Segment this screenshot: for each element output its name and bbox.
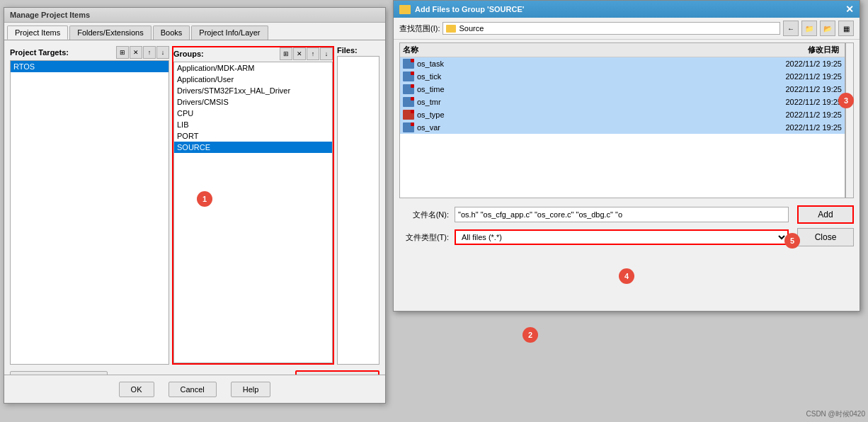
close-btn-col: Close	[797, 228, 854, 246]
main-dialog: Manage Project Items Project Items Folde…	[4, 7, 386, 404]
add-button[interactable]: Add	[797, 205, 854, 224]
file-icon	[403, 72, 414, 81]
close-icon[interactable]: ✕	[845, 4, 854, 15]
file-icon	[403, 122, 414, 132]
header-name: 名称	[403, 45, 750, 55]
ok-button[interactable]: OK	[119, 382, 154, 397]
files-list[interactable]	[337, 56, 379, 365]
project-targets-column: Project Targets: ⊞ ✕ ↑ ↓ RTOS	[10, 46, 169, 365]
tab-books[interactable]: Books	[153, 25, 190, 40]
project-targets-toolbar: ⊞ ✕ ↑ ↓	[116, 46, 169, 59]
badge-5: 5	[784, 233, 800, 249]
groups-column: Groups: ⊞ ✕ ↑ ↓ Application/MDK-ARM Appl…	[172, 46, 334, 365]
search-path-text: Source	[459, 24, 484, 33]
new-target-btn[interactable]: ⊞	[116, 46, 129, 59]
list-item[interactable]: Application/User	[174, 74, 332, 85]
file-date: 2022/11/2 19:25	[750, 59, 842, 68]
file-dialog-toolbar: 查找范围(I): Source ← 📁 📂 ▦	[394, 18, 860, 40]
file-date: 2022/11/2 19:25	[750, 85, 842, 93]
move-group-down-btn[interactable]: ↓	[320, 47, 333, 60]
project-targets-header: Project Targets: ⊞ ✕ ↑ ↓	[10, 46, 169, 59]
file-date: 2022/11/2 19:25	[750, 72, 842, 81]
move-group-up-btn[interactable]: ↑	[307, 47, 319, 60]
file-dialog: Add Files to Group 'SOURCE' ✕ 查找范围(I): S…	[393, 0, 860, 312]
nav-folder-btn2[interactable]: 📂	[820, 21, 835, 36]
list-item[interactable]: Application/MDK-ARM	[174, 62, 332, 74]
new-group-btn[interactable]: ⊞	[280, 47, 292, 60]
project-targets-list[interactable]: RTOS	[10, 60, 169, 365]
files-label: Files:	[337, 46, 358, 55]
file-name: os_tmr	[417, 98, 747, 106]
file-row[interactable]: os_var 2022/11/2 19:25	[400, 121, 845, 134]
list-item[interactable]: LIB	[174, 119, 332, 130]
move-target-down-btn[interactable]: ↓	[156, 46, 169, 59]
file-list-area: 名称 修改日期 os_task 2022/11/2 19:25 os_tick …	[399, 42, 854, 198]
folder-title-icon	[399, 5, 411, 14]
file-name: os_type	[417, 110, 747, 119]
file-icon	[403, 110, 414, 120]
badge-4: 4	[619, 268, 634, 284]
file-row[interactable]: os_task 2022/11/2 19:25	[400, 57, 845, 70]
list-item[interactable]: CPU	[174, 108, 332, 119]
close-button[interactable]: Close	[797, 228, 854, 246]
filename-row: 文件名(N): Add	[399, 205, 854, 224]
list-item[interactable]: Drivers/STM32F1xx_HAL_Driver	[174, 85, 332, 96]
file-date: 2022/11/2 19:25	[750, 98, 842, 106]
nav-folder-btn1[interactable]: 📁	[801, 21, 817, 36]
file-dialog-title-text: Add Files to Group 'SOURCE'	[415, 5, 524, 13]
tab-project-info[interactable]: Project Info/Layer	[191, 25, 268, 40]
groups-list[interactable]: Application/MDK-ARM Application/User Dri…	[173, 62, 333, 363]
file-list[interactable]: 名称 修改日期 os_task 2022/11/2 19:25 os_tick …	[399, 42, 845, 198]
file-icon	[403, 97, 414, 107]
files-header: Files:	[337, 46, 379, 55]
action-buttons: Add	[797, 205, 854, 224]
file-row[interactable]: os_time 2022/11/2 19:25	[400, 83, 845, 96]
file-dialog-title: Add Files to Group 'SOURCE' ✕	[394, 1, 860, 18]
scrollbar[interactable]	[845, 42, 854, 198]
dialog-footer: OK Cancel Help	[4, 375, 385, 403]
badge-1: 1	[197, 191, 212, 207]
file-row[interactable]: os_tmr 2022/11/2 19:25	[400, 96, 845, 108]
list-item[interactable]: RTOS	[11, 61, 169, 72]
file-dialog-title-left: Add Files to Group 'SOURCE'	[399, 5, 524, 14]
file-list-header: 名称 修改日期	[400, 43, 845, 57]
list-item[interactable]: Drivers/CMSIS	[174, 96, 332, 108]
filename-label: 文件名(N):	[399, 210, 449, 220]
search-label: 查找范围(I):	[399, 23, 440, 34]
badge-3: 3	[838, 93, 854, 108]
file-row[interactable]: os_tick 2022/11/2 19:25	[400, 70, 845, 83]
list-item[interactable]: PORT	[174, 130, 332, 142]
nav-view-btn[interactable]: ▦	[838, 21, 854, 36]
groups-header: Groups: ⊞ ✕ ↑ ↓	[173, 47, 333, 60]
nav-back-btn[interactable]: ←	[783, 21, 799, 36]
main-dialog-title: Manage Project Items	[4, 8, 385, 23]
help-button[interactable]: Help	[231, 382, 271, 397]
files-column: Files:	[337, 46, 379, 365]
delete-target-btn[interactable]: ✕	[130, 46, 142, 59]
file-icon	[403, 84, 414, 94]
list-item[interactable]: SOURCE	[174, 142, 332, 153]
watermark: CSDN @时候0420	[806, 409, 865, 419]
file-date: 2022/11/2 19:25	[750, 110, 842, 119]
move-target-up-btn[interactable]: ↑	[143, 46, 156, 59]
file-name: os_tick	[417, 72, 747, 81]
delete-group-btn[interactable]: ✕	[293, 47, 306, 60]
file-date: 2022/11/2 19:25	[750, 123, 842, 132]
cancel-button[interactable]: Cancel	[169, 382, 217, 397]
file-row[interactable]: os_type 2022/11/2 19:25	[400, 108, 845, 121]
search-path: Source	[442, 22, 780, 35]
tab-project-items[interactable]: Project Items	[7, 25, 68, 40]
groups-toolbar: ⊞ ✕ ↑ ↓	[280, 47, 333, 60]
filetype-select[interactable]: All files (*.*)	[455, 229, 789, 245]
project-targets-label: Project Targets:	[10, 48, 69, 57]
columns-area: Project Targets: ⊞ ✕ ↑ ↓ RTOS	[10, 46, 379, 365]
badge-2: 2	[522, 327, 538, 343]
path-folder-icon	[446, 25, 456, 33]
groups-label: Groups:	[173, 50, 204, 58]
file-icon	[403, 59, 414, 69]
tab-folders-extensions[interactable]: Folders/Extensions	[69, 25, 152, 40]
file-name: os_time	[417, 85, 747, 93]
filename-input[interactable]	[455, 207, 789, 222]
tabs-bar: Project Items Folders/Extensions Books P…	[4, 23, 385, 40]
filetype-label: 文件类型(T):	[399, 232, 449, 243]
